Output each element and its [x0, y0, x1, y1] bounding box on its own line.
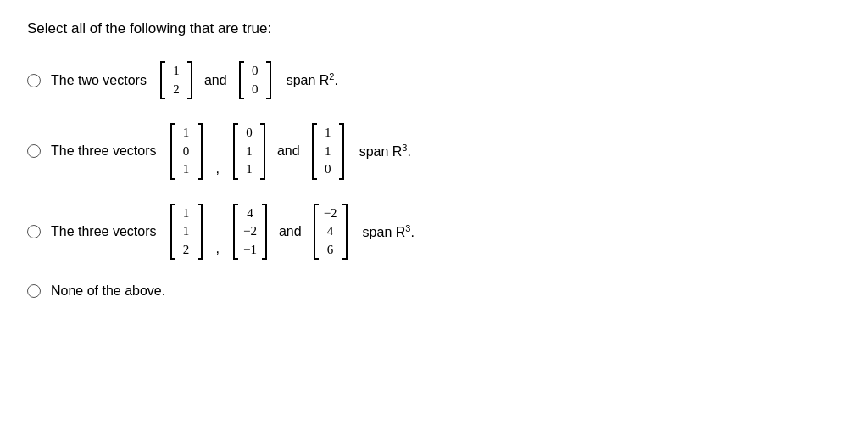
option-row-3: The three vectors 1 1 2 , 4 −2 −1 — [27, 204, 841, 261]
checkbox-2[interactable] — [27, 144, 41, 158]
connector-1-1: and — [204, 73, 227, 88]
option-row-4: None of the above. — [27, 283, 841, 299]
matrix-2-2: 0 1 1 — [233, 123, 265, 180]
matrix-1-2: 0 0 — [239, 61, 271, 99]
matrix-1-1: 1 2 — [160, 61, 192, 99]
option-row-2: The three vectors 1 0 1 , 0 1 1 — [27, 123, 841, 180]
connector-3-2: and — [279, 224, 302, 239]
checkbox-3[interactable] — [27, 225, 41, 238]
vectors-group-3: 1 1 2 , 4 −2 −1 and −2 — [167, 204, 415, 261]
connector-2-1: , — [216, 161, 220, 177]
matrix-3-2: 4 −2 −1 — [233, 204, 267, 261]
matrix-2-3: 1 1 0 — [312, 123, 344, 180]
option-label-4: None of the above. — [51, 283, 165, 299]
checkbox-4[interactable] — [27, 284, 41, 298]
matrix-2-1: 1 0 1 — [170, 123, 203, 180]
matrix-3-1: 1 1 2 — [170, 204, 203, 261]
span-text-1: span R2. — [287, 71, 338, 88]
span-text-3: span R3. — [363, 223, 415, 240]
option-row-1: The two vectors 1 2 and 0 0 span R2. — [27, 61, 841, 99]
connector-2-2: and — [277, 143, 300, 159]
matrix-3-3: −2 4 6 — [314, 204, 348, 261]
options-container: The two vectors 1 2 and 0 0 span R2. — [27, 61, 841, 299]
option-label-3: The three vectors — [51, 224, 157, 239]
vectors-group-1: 1 2 and 0 0 span R2. — [157, 61, 338, 99]
option-label-2: The three vectors — [51, 143, 157, 159]
vectors-group-2: 1 0 1 , 0 1 1 and 1 — [167, 123, 411, 180]
option-label-1: The two vectors — [51, 73, 147, 88]
checkbox-1[interactable] — [27, 74, 41, 87]
connector-3-1: , — [216, 241, 220, 256]
span-text-2: span R3. — [359, 143, 411, 160]
question-title: Select all of the following that are tru… — [27, 20, 841, 37]
